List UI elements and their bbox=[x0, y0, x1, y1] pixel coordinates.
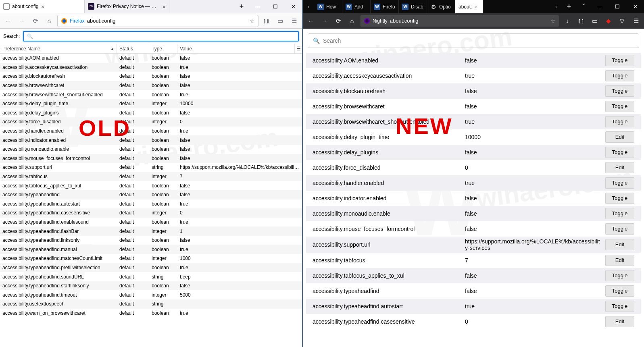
close-window-button[interactable]: ✕ bbox=[626, 0, 644, 13]
toggle-button[interactable]: Toggle bbox=[605, 147, 634, 158]
home-button[interactable]: ⌂ bbox=[44, 15, 55, 27]
toggle-button[interactable]: Toggle bbox=[605, 85, 634, 97]
pref-row[interactable]: accessibility.typeaheadfinddefaultboolea… bbox=[0, 190, 302, 199]
close-window-button[interactable]: ✕ bbox=[284, 0, 302, 13]
tab[interactable]: about:× bbox=[455, 0, 484, 13]
column-status[interactable]: Status bbox=[117, 44, 149, 53]
pref-row[interactable]: accessibility.typeaheadfind.prefillwiths… bbox=[0, 263, 302, 272]
home-button[interactable]: ⌂ bbox=[346, 15, 358, 27]
pref-row[interactable]: accessibility.warn_on_browsewithcaretdef… bbox=[0, 309, 302, 318]
tab[interactable]: WHow bbox=[314, 0, 342, 13]
pref-row[interactable]: accessibility.typeaheadfind.autostartdef… bbox=[0, 199, 302, 209]
column-value[interactable]: Value bbox=[177, 44, 295, 53]
downloads-button[interactable]: ↓ bbox=[562, 15, 573, 27]
pref-row[interactable]: accessibility.browsewithcaretdefaultbool… bbox=[0, 81, 302, 90]
pref-row[interactable]: accessibility.typeaheadfind.casesensitiv… bbox=[0, 208, 302, 218]
toggle-button[interactable]: Toggle bbox=[605, 101, 634, 112]
toggle-button[interactable]: Toggle bbox=[605, 177, 634, 189]
bookmark-star-icon[interactable]: ☆ bbox=[550, 18, 556, 24]
edit-button[interactable]: Edit bbox=[605, 131, 634, 143]
toggle-button[interactable]: Toggle bbox=[605, 193, 634, 204]
forward-button[interactable]: → bbox=[16, 15, 27, 27]
pref-row[interactable]: accessibility.mouse_focuses_formcontrold… bbox=[0, 154, 302, 163]
back-button[interactable]: ← bbox=[305, 15, 317, 27]
pref-row[interactable]: accessibility.accesskeycausesactivationd… bbox=[0, 63, 302, 72]
reload-button[interactable]: ⟳ bbox=[333, 15, 344, 27]
toggle-button[interactable]: Toggle bbox=[605, 208, 634, 219]
edit-button[interactable]: Edit bbox=[605, 316, 634, 327]
column-picker[interactable]: ☰ bbox=[295, 44, 302, 53]
toggle-button[interactable]: Toggle bbox=[605, 301, 634, 312]
search-input[interactable]: 🔍 Search bbox=[308, 33, 639, 48]
maximize-button[interactable]: ☐ bbox=[267, 0, 284, 13]
alltabs-button[interactable]: ˅ bbox=[576, 0, 591, 13]
close-tab-icon[interactable]: × bbox=[474, 3, 478, 10]
nightly-icon bbox=[364, 18, 370, 24]
pref-row[interactable]: accessibility.tabfocus_applies_to_xuldef… bbox=[0, 181, 302, 190]
pref-row[interactable]: accessibility.typeaheadfind.matchesCount… bbox=[0, 254, 302, 263]
newtab-button[interactable]: + bbox=[562, 0, 576, 13]
tab[interactable]: mFirefox Privacy Notice — Mozi× bbox=[85, 0, 169, 13]
column-type[interactable]: Type bbox=[149, 44, 177, 53]
menu-button[interactable]: ☰ bbox=[630, 15, 642, 27]
minimize-button[interactable]: — bbox=[249, 0, 267, 13]
pref-row[interactable]: accessibility.tabfocusdefaultinteger7 bbox=[0, 172, 302, 181]
column-preference-name[interactable]: Preference Name▲ bbox=[0, 44, 117, 53]
library-button[interactable]: ⫿⫿ bbox=[575, 15, 587, 27]
pref-status: default bbox=[117, 83, 149, 88]
toggle-button[interactable]: Toggle bbox=[605, 285, 634, 297]
menu-button[interactable]: ☰ bbox=[288, 15, 300, 27]
close-tab-icon[interactable]: × bbox=[162, 3, 166, 10]
toggle-button[interactable]: Toggle bbox=[605, 70, 634, 81]
maximize-button[interactable]: ☐ bbox=[609, 0, 626, 13]
pref-row[interactable]: accessibility.typeaheadfind.enablesoundd… bbox=[0, 218, 302, 227]
ublock-icon[interactable]: ◆ bbox=[603, 15, 614, 27]
sidebar-button[interactable]: ▭ bbox=[589, 15, 600, 27]
pref-row[interactable]: accessibility.delay_plugin_timedefaultin… bbox=[0, 99, 302, 108]
toggle-button[interactable]: Toggle bbox=[605, 270, 634, 281]
edit-button[interactable]: Edit bbox=[605, 255, 634, 266]
pref-row[interactable]: accessibility.force_disableddefaultinteg… bbox=[0, 117, 302, 127]
pref-row[interactable]: accessibility.typeaheadfind.flashBardefa… bbox=[0, 226, 302, 236]
back-button[interactable]: ← bbox=[2, 15, 14, 27]
tab[interactable]: WFirefo bbox=[371, 0, 399, 13]
urlbar[interactable]: Nightly about:config ☆ bbox=[360, 15, 559, 27]
bookmark-star-icon[interactable]: ☆ bbox=[250, 18, 255, 24]
search-input[interactable]: 🔍 bbox=[23, 31, 299, 42]
toggle-button[interactable]: Toggle bbox=[605, 55, 634, 66]
pref-row[interactable]: accessibility.browsewithcaret_shortcut.e… bbox=[0, 90, 302, 99]
tab[interactable]: WDisab bbox=[399, 0, 427, 13]
pref-row[interactable]: accessibility.delay_pluginsdefaultboolea… bbox=[0, 108, 302, 118]
tab[interactable]: WAdd bbox=[342, 0, 371, 13]
pref-row[interactable]: accessibility.typeaheadfind.startlinkson… bbox=[0, 281, 302, 291]
pref-row[interactable]: accessibility.typeaheadfind.soundURLdefa… bbox=[0, 272, 302, 281]
pref-row[interactable]: accessibility.handler.enableddefaultbool… bbox=[0, 127, 302, 136]
pref-row[interactable]: accessibility.indicator.enableddefaultbo… bbox=[0, 135, 302, 145]
toggle-button[interactable]: Toggle bbox=[605, 116, 634, 127]
pref-row[interactable]: accessibility.typeaheadfind.timeoutdefau… bbox=[0, 290, 302, 299]
pref-row[interactable]: accessibility.typeaheadfind.manualdefaul… bbox=[0, 245, 302, 254]
edit-button[interactable]: Edit bbox=[605, 162, 634, 173]
pref-row[interactable]: accessibility.usetexttospeechdefaultstri… bbox=[0, 299, 302, 309]
newtab-button[interactable]: + bbox=[234, 0, 249, 13]
pref-value: true bbox=[465, 180, 605, 186]
toggle-button[interactable]: Toggle bbox=[605, 223, 634, 235]
tab-scroll-left[interactable]: ‹ bbox=[303, 0, 314, 13]
pref-row[interactable]: accessibility.blockautorefreshdefaultboo… bbox=[0, 72, 302, 81]
edit-button[interactable]: Edit bbox=[605, 239, 634, 250]
pref-row[interactable]: accessibility.monoaudio.enabledefaultboo… bbox=[0, 145, 302, 154]
sidebar-button[interactable]: ▭ bbox=[275, 15, 286, 27]
pref-row[interactable]: accessibility.AOM.enableddefaultbooleanf… bbox=[0, 54, 302, 63]
close-tab-icon[interactable]: × bbox=[41, 3, 44, 10]
shield-icon[interactable]: ▽ bbox=[617, 15, 628, 27]
tab[interactable]: about:config× bbox=[0, 0, 85, 13]
tab[interactable]: ⚙Optio bbox=[427, 0, 455, 13]
forward-button[interactable]: → bbox=[319, 15, 330, 27]
pref-row[interactable]: accessibility.support.urldefaultstringht… bbox=[0, 163, 302, 172]
reload-button[interactable]: ⟳ bbox=[30, 15, 41, 27]
tab-scroll-right[interactable]: › bbox=[550, 0, 562, 13]
library-button[interactable]: ⫿⫿ bbox=[261, 15, 272, 27]
urlbar[interactable]: Firefox about:config ☆ bbox=[57, 15, 258, 27]
minimize-button[interactable]: — bbox=[591, 0, 609, 13]
pref-row[interactable]: accessibility.typeaheadfind.linksonlydef… bbox=[0, 236, 302, 245]
